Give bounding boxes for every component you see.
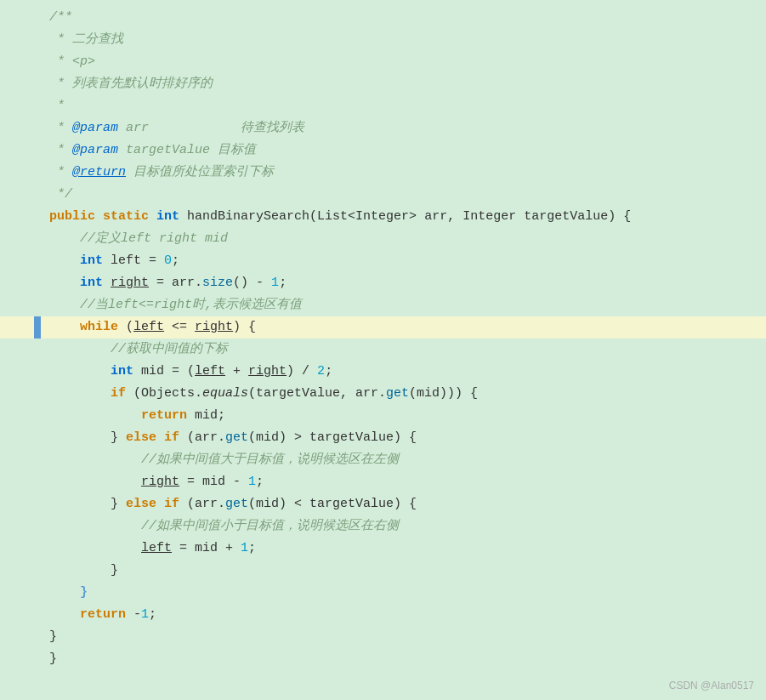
line-content: * @param targetValue 目标值 — [41, 139, 766, 162]
line-18: if (Objects.equals(targetValue, arr.get(… — [0, 383, 766, 405]
line-content: } — [41, 560, 766, 582]
line-content: * — [41, 95, 766, 117]
line-30: } — [0, 648, 766, 670]
line-19: return mid; — [0, 405, 766, 427]
line-26: } — [0, 560, 766, 582]
line-content: */ — [41, 184, 766, 206]
line-content: int right = arr.size() - 1; — [41, 272, 766, 294]
line-content: while (left <= right) { — [41, 316, 766, 339]
line-22: right = mid - 1; — [0, 471, 766, 493]
line-content: } — [41, 626, 766, 648]
line-29: } — [0, 626, 766, 648]
line-content: * 列表首先默认时排好序的 — [41, 73, 766, 95]
line-5: * — [0, 95, 766, 117]
line-content: * @return 目标值所处位置索引下标 — [41, 162, 766, 184]
code-editor: /** * 二分查找 * <p> * 列表首先默认时排好序的 * * @para… — [0, 0, 766, 700]
line-content: //当left<=right时,表示候选区有值 — [41, 294, 766, 316]
line-28: return -1; — [0, 604, 766, 626]
line-content: * 二分查找 — [41, 29, 766, 51]
line-content: public static int handBinarySearch(List<… — [41, 206, 766, 228]
line-content: int left = 0; — [41, 250, 766, 272]
watermark: CSDN @Alan0517 — [669, 680, 754, 691]
line-content: //定义left right mid — [41, 228, 766, 250]
line-10: public static int handBinarySearch(List<… — [0, 206, 766, 228]
line-7: * @param targetValue 目标值 — [0, 139, 766, 162]
line-content: return -1; — [41, 604, 766, 626]
line-25: left = mid + 1; — [0, 538, 766, 560]
line-21: //如果中间值大于目标值，说明候选区在左侧 — [0, 449, 766, 471]
line-content: } — [41, 582, 766, 604]
line-14: //当left<=right时,表示候选区有值 — [0, 294, 766, 316]
line-24: //如果中间值小于目标值，说明候选区在右侧 — [0, 515, 766, 538]
line-2: * 二分查找 — [0, 29, 766, 51]
line-13: int right = arr.size() - 1; — [0, 272, 766, 294]
line-11: //定义left right mid — [0, 228, 766, 250]
line-content: /** — [41, 7, 766, 29]
line-12: int left = 0; — [0, 250, 766, 272]
line-6: * @param arr 待查找列表 — [0, 117, 766, 139]
line-9: */ — [0, 184, 766, 206]
line-1: /** — [0, 7, 766, 29]
line-8: * @return 目标值所处位置索引下标 — [0, 162, 766, 184]
line-4: * 列表首先默认时排好序的 — [0, 73, 766, 95]
line-content: if (Objects.equals(targetValue, arr.get(… — [41, 383, 766, 405]
line-15-highlight: while (left <= right) { — [0, 316, 766, 339]
line-27: } — [0, 582, 766, 604]
line-content: } else if (arr.get(mid) > targetValue) { — [41, 427, 766, 449]
line-16: //获取中间值的下标 — [0, 339, 766, 361]
line-17: int mid = (left + right) / 2; — [0, 361, 766, 383]
line-content: * @param arr 待查找列表 — [41, 117, 766, 139]
line-23: } else if (arr.get(mid) < targetValue) { — [0, 493, 766, 515]
line-content: //如果中间值小于目标值，说明候选区在右侧 — [41, 515, 766, 538]
line-content: * <p> — [41, 51, 766, 73]
line-3: * <p> — [0, 51, 766, 73]
line-content: } else if (arr.get(mid) < targetValue) { — [41, 493, 766, 515]
line-content: right = mid - 1; — [41, 471, 766, 493]
line-content: left = mid + 1; — [41, 538, 766, 560]
line-content: //如果中间值大于目标值，说明候选区在左侧 — [41, 449, 766, 471]
line-content: } — [41, 648, 766, 670]
line-content: return mid; — [41, 405, 766, 427]
line-20: } else if (arr.get(mid) > targetValue) { — [0, 427, 766, 449]
line-content: int mid = (left + right) / 2; — [41, 361, 766, 383]
line-content: //获取中间值的下标 — [41, 339, 766, 361]
